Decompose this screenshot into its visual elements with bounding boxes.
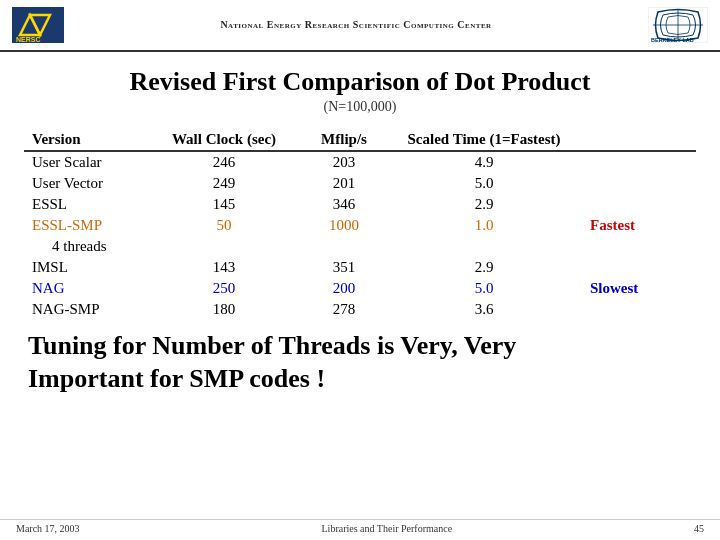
table-row: User Scalar 246 203 4.9 [24, 151, 696, 173]
cell-mflip: 200 [294, 278, 394, 299]
cell-wall: 249 [154, 173, 294, 194]
bottom-text-line2: Important for SMP codes ! [28, 363, 696, 396]
header-org-name: National Energy Research Scientific Comp… [64, 18, 648, 32]
footer-title: Libraries and Their Performance [322, 523, 453, 534]
col-header-mflip: Mflip/s [294, 129, 394, 151]
bottom-text-line1: Tuning for Number of Threads is Very, Ve… [28, 330, 696, 363]
col-header-scaled: Scaled Time (1=Fastest) [394, 129, 574, 151]
table-row: NAG 250 200 5.0 Slowest [24, 278, 696, 299]
cell-note: Slowest [574, 278, 696, 299]
nersc-logo-area: NERSC [12, 7, 64, 43]
col-header-wall: Wall Clock (sec) [154, 129, 294, 151]
slide-subtitle: (N=100,000) [24, 99, 696, 115]
cell-note: Fastest [574, 215, 696, 236]
bottom-message: Tuning for Number of Threads is Very, Ve… [24, 330, 696, 395]
cell-mflip: 346 [294, 194, 394, 215]
cell-scaled: 2.9 [394, 257, 574, 278]
cell-version: NAG-SMP [24, 299, 154, 320]
cell-note [574, 194, 696, 215]
cell-wall: 145 [154, 194, 294, 215]
cell-scaled: 1.0 [394, 215, 574, 236]
table-row: ESSL-SMP 50 1000 1.0 Fastest [24, 215, 696, 236]
cell-mflip: 201 [294, 173, 394, 194]
table-row: IMSL 143 351 2.9 [24, 257, 696, 278]
cell-wall: 143 [154, 257, 294, 278]
cell-version: User Scalar [24, 151, 154, 173]
cell-note [574, 257, 696, 278]
cell-mflip: 1000 [294, 215, 394, 236]
main-content: Revised First Comparison of Dot Product … [0, 52, 720, 403]
cell-scaled: 4.9 [394, 151, 574, 173]
indent-label: 4 threads [24, 236, 696, 257]
cell-wall: 180 [154, 299, 294, 320]
cell-mflip: 278 [294, 299, 394, 320]
cell-note [574, 299, 696, 320]
cell-scaled: 5.0 [394, 173, 574, 194]
lbl-logo-icon: BERKELEY LAB [648, 7, 708, 43]
footer-date: March 17, 2003 [16, 523, 80, 534]
nersc-logo-icon: NERSC [12, 7, 64, 43]
cell-version: ESSL-SMP [24, 215, 154, 236]
svg-text:NERSC: NERSC [16, 36, 41, 43]
cell-version: IMSL [24, 257, 154, 278]
cell-wall: 250 [154, 278, 294, 299]
table-row: ESSL 145 346 2.9 [24, 194, 696, 215]
cell-scaled: 2.9 [394, 194, 574, 215]
svg-text:BERKELEY LAB: BERKELEY LAB [651, 37, 694, 43]
cell-version: NAG [24, 278, 154, 299]
table-row: NAG-SMP 180 278 3.6 [24, 299, 696, 320]
cell-version: User Vector [24, 173, 154, 194]
cell-wall: 246 [154, 151, 294, 173]
comparison-table: Version Wall Clock (sec) Mflip/s Scaled … [24, 129, 696, 320]
cell-wall: 50 [154, 215, 294, 236]
org-name-text: National Energy Research Scientific Comp… [220, 19, 491, 30]
cell-version: ESSL [24, 194, 154, 215]
col-header-version: Version [24, 129, 154, 151]
col-header-note [574, 129, 696, 151]
table-header-row: Version Wall Clock (sec) Mflip/s Scaled … [24, 129, 696, 151]
cell-scaled: 3.6 [394, 299, 574, 320]
lbl-logo-area: BERKELEY LAB [648, 7, 708, 43]
cell-note [574, 173, 696, 194]
cell-mflip: 203 [294, 151, 394, 173]
cell-scaled: 5.0 [394, 278, 574, 299]
footer-page-number: 45 [694, 523, 704, 534]
slide-title: Revised First Comparison of Dot Product [24, 66, 696, 97]
cell-mflip: 351 [294, 257, 394, 278]
cell-note [574, 151, 696, 173]
page-header: NERSC National Energy Research Scientifi… [0, 0, 720, 52]
table-row: 4 threads [24, 236, 696, 257]
table-row: User Vector 249 201 5.0 [24, 173, 696, 194]
page-footer: March 17, 2003 Libraries and Their Perfo… [0, 519, 720, 534]
